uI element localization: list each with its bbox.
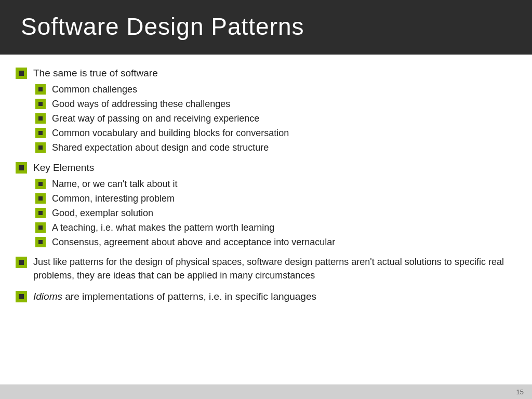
list-item: Good, exemplar solution: [35, 206, 511, 220]
bullet-text: Good, exemplar solution: [52, 206, 153, 220]
bullet-text: Just like patterns for the design of phy…: [33, 255, 511, 282]
bullet-icon-inner: [19, 71, 24, 76]
bullet-icon: [35, 128, 46, 138]
bullet-icon-inner: [38, 196, 43, 201]
slide-title: Software Design Patterns: [21, 12, 304, 41]
bullet-text: Consensus, agreement about above and acc…: [52, 235, 335, 249]
bullet-icon-inner: [38, 87, 43, 91]
bullet-icon-inner: [19, 294, 24, 299]
bullet-text: A teaching, i.e. what makes the pattern …: [52, 221, 274, 234]
list-item: Great way of passing on and receiving ex…: [35, 112, 511, 125]
bullet-text: Common, interesting problem: [52, 192, 175, 205]
section-gap: [16, 284, 511, 289]
list-item: Idioms are implementations of patterns, …: [16, 289, 511, 304]
bullet-icon: [35, 222, 46, 233]
list-item: Good ways of addressing these challenges: [35, 97, 511, 111]
bullet-icon-inner: [38, 211, 43, 215]
bullet-icon: [16, 68, 27, 79]
bullet-text: Key Elements: [33, 161, 94, 175]
list-item: Key Elements: [16, 161, 511, 175]
list-item: Common, interesting problem: [35, 192, 511, 205]
bullet-icon: [35, 179, 46, 189]
bullet-icon-inner: [19, 260, 24, 265]
bullet-icon: [35, 113, 46, 124]
bullet-icon-inner: [38, 116, 43, 121]
list-item: The same is true of software: [16, 66, 511, 81]
bullet-text: Good ways of addressing these challenges: [52, 97, 230, 111]
bullet-text: Great way of passing on and receiving ex…: [52, 112, 259, 125]
bullet-icon: [35, 142, 46, 153]
bullet-icon-inner: [38, 225, 43, 230]
list-item: A teaching, i.e. what makes the pattern …: [35, 221, 511, 234]
bullet-icon-inner: [19, 165, 24, 170]
bullet-icon: [35, 208, 46, 218]
list-item: Name, or we can't talk about it: [35, 177, 511, 191]
bullet-icon-inner: [38, 102, 43, 106]
bullet-icon: [35, 193, 46, 204]
bullet-icon: [16, 257, 27, 268]
slide-footer: 15: [0, 384, 532, 399]
page-number: 15: [516, 388, 524, 396]
bullet-text: Common vocabulary and building blocks fo…: [52, 126, 289, 140]
bullet-icon: [35, 237, 46, 247]
section-gap: [16, 155, 511, 161]
bullet-icon: [16, 162, 27, 174]
slide-header: Software Design Patterns: [0, 0, 532, 55]
bullet-text: Common challenges: [52, 83, 137, 96]
slide-container: Software Design Patterns The same is tru…: [0, 0, 532, 399]
slide-content: The same is true of software Common chal…: [0, 55, 532, 384]
bullet-icon-inner: [38, 182, 43, 186]
list-item: Common vocabulary and building blocks fo…: [35, 126, 511, 140]
list-item: Shared expectation about design and code…: [35, 141, 511, 154]
bullet-text: Name, or we can't talk about it: [52, 177, 178, 191]
list-item: Consensus, agreement about above and acc…: [35, 235, 511, 249]
list-item: Just like patterns for the design of phy…: [16, 255, 511, 282]
bullet-icon: [35, 99, 46, 109]
bullet-text: Idioms are implementations of patterns, …: [33, 289, 316, 304]
bullet-icon-inner: [38, 240, 43, 244]
bullet-text: The same is true of software: [33, 66, 158, 81]
bullet-text: Shared expectation about design and code…: [52, 141, 269, 154]
bullet-icon-inner: [38, 131, 43, 135]
bullet-icon: [16, 291, 27, 302]
bullet-icon-inner: [38, 145, 43, 150]
list-item: Common challenges: [35, 83, 511, 96]
section-gap: [16, 250, 511, 255]
bullet-icon: [35, 84, 46, 95]
